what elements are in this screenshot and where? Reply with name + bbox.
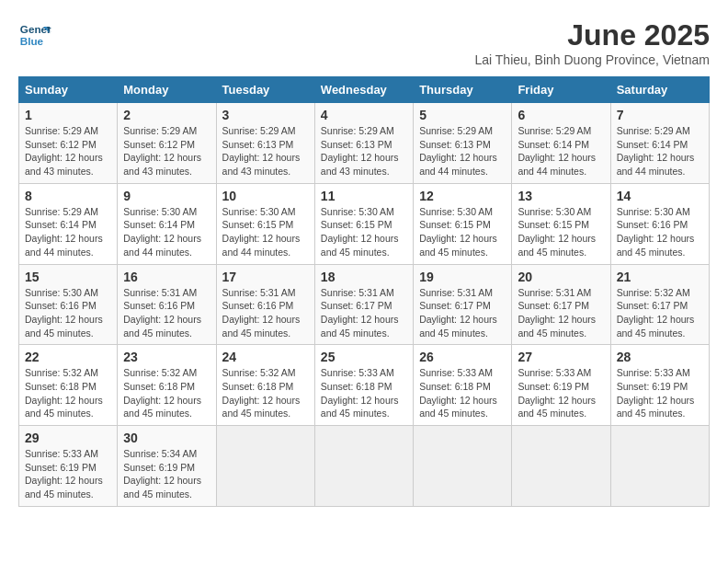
day-number: 17 (222, 270, 309, 284)
day-number: 8 (25, 189, 111, 203)
sunrise-label: Sunrise: 5:29 AM (25, 206, 98, 217)
table-row: 2 Sunrise: 5:29 AM Sunset: 6:12 PM Dayli… (118, 103, 216, 184)
col-tuesday: Tuesday (216, 77, 314, 103)
daylight-label: Daylight: 12 hours and 43 minutes. (123, 152, 201, 177)
day-info: Sunrise: 5:31 AM Sunset: 6:16 PM Dayligh… (123, 286, 210, 340)
table-row: 15 Sunrise: 5:30 AM Sunset: 6:16 PM Dayl… (19, 264, 118, 345)
daylight-label: Daylight: 12 hours and 44 minutes. (25, 233, 103, 258)
sunrise-label: Sunrise: 5:31 AM (518, 287, 591, 298)
day-info: Sunrise: 5:33 AM Sunset: 6:19 PM Dayligh… (617, 366, 703, 420)
daylight-label: Daylight: 12 hours and 45 minutes. (123, 395, 201, 419)
sunset-label: Sunset: 6:13 PM (222, 139, 294, 150)
day-number: 13 (518, 189, 604, 203)
sunset-label: Sunset: 6:16 PM (222, 300, 294, 311)
daylight-label: Daylight: 12 hours and 45 minutes. (321, 314, 399, 339)
sunrise-label: Sunrise: 5:33 AM (518, 367, 591, 378)
daylight-label: Daylight: 12 hours and 45 minutes. (123, 475, 201, 500)
day-info: Sunrise: 5:30 AM Sunset: 6:16 PM Dayligh… (25, 286, 111, 340)
day-number: 14 (617, 189, 703, 203)
daylight-label: Daylight: 12 hours and 45 minutes. (25, 475, 103, 500)
sunset-label: Sunset: 6:16 PM (123, 300, 195, 311)
daylight-label: Daylight: 12 hours and 45 minutes. (25, 314, 103, 339)
daylight-label: Daylight: 12 hours and 45 minutes. (617, 314, 695, 339)
day-number: 11 (321, 189, 407, 203)
sunrise-label: Sunrise: 5:31 AM (123, 287, 197, 298)
sunset-label: Sunset: 6:19 PM (518, 381, 589, 392)
table-row: 30 Sunrise: 5:34 AM Sunset: 6:19 PM Dayl… (118, 426, 216, 507)
day-info: Sunrise: 5:33 AM Sunset: 6:19 PM Dayligh… (518, 366, 604, 420)
day-info: Sunrise: 5:29 AM Sunset: 6:13 PM Dayligh… (222, 124, 309, 178)
day-info: Sunrise: 5:33 AM Sunset: 6:19 PM Dayligh… (25, 447, 111, 501)
day-info: Sunrise: 5:32 AM Sunset: 6:17 PM Dayligh… (617, 286, 703, 340)
table-row: 22 Sunrise: 5:32 AM Sunset: 6:18 PM Dayl… (19, 345, 118, 426)
day-info: Sunrise: 5:29 AM Sunset: 6:12 PM Dayligh… (123, 124, 210, 178)
day-info: Sunrise: 5:30 AM Sunset: 6:16 PM Dayligh… (617, 205, 703, 259)
daylight-label: Daylight: 12 hours and 45 minutes. (617, 395, 695, 419)
table-row: 4 Sunrise: 5:29 AM Sunset: 6:13 PM Dayli… (314, 103, 413, 184)
table-row: 12 Sunrise: 5:30 AM Sunset: 6:15 PM Dayl… (414, 183, 512, 264)
sunrise-label: Sunrise: 5:32 AM (25, 367, 98, 378)
col-monday: Monday (118, 77, 216, 103)
day-number: 15 (25, 270, 111, 284)
day-info: Sunrise: 5:29 AM Sunset: 6:13 PM Dayligh… (419, 124, 506, 178)
daylight-label: Daylight: 12 hours and 44 minutes. (123, 233, 201, 258)
table-row: 28 Sunrise: 5:33 AM Sunset: 6:19 PM Dayl… (610, 345, 709, 426)
day-number: 1 (25, 108, 111, 122)
sunrise-label: Sunrise: 5:29 AM (321, 125, 394, 136)
table-row: 1 Sunrise: 5:29 AM Sunset: 6:12 PM Dayli… (19, 103, 118, 184)
logo: General Blue (18, 18, 51, 52)
day-number: 10 (222, 189, 309, 203)
day-number: 12 (419, 189, 506, 203)
table-row: 13 Sunrise: 5:30 AM Sunset: 6:15 PM Dayl… (512, 183, 610, 264)
day-info: Sunrise: 5:34 AM Sunset: 6:19 PM Dayligh… (123, 447, 210, 501)
day-number: 21 (617, 270, 703, 284)
day-number: 22 (25, 350, 111, 364)
sunset-label: Sunset: 6:14 PM (617, 139, 688, 150)
sunrise-label: Sunrise: 5:29 AM (123, 125, 197, 136)
sunset-label: Sunset: 6:15 PM (419, 219, 491, 230)
table-row: 11 Sunrise: 5:30 AM Sunset: 6:15 PM Dayl… (314, 183, 413, 264)
daylight-label: Daylight: 12 hours and 45 minutes. (419, 314, 497, 339)
calendar-table: Sunday Monday Tuesday Wednesday Thursday… (18, 76, 710, 507)
table-row: 20 Sunrise: 5:31 AM Sunset: 6:17 PM Dayl… (512, 264, 610, 345)
svg-text:Blue: Blue (20, 35, 44, 47)
sunrise-label: Sunrise: 5:30 AM (25, 287, 98, 298)
col-saturday: Saturday (610, 77, 709, 103)
day-number: 16 (123, 270, 210, 284)
sunrise-label: Sunrise: 5:32 AM (617, 287, 690, 298)
table-row: 7 Sunrise: 5:29 AM Sunset: 6:14 PM Dayli… (610, 103, 709, 184)
page-header: General Blue June 2025 Lai Thieu, Binh D… (18, 18, 710, 67)
table-row (314, 426, 413, 507)
daylight-label: Daylight: 12 hours and 43 minutes. (25, 152, 103, 177)
daylight-label: Daylight: 12 hours and 45 minutes. (419, 395, 497, 419)
table-row: 27 Sunrise: 5:33 AM Sunset: 6:19 PM Dayl… (512, 345, 610, 426)
day-number: 5 (419, 108, 506, 122)
table-row: 17 Sunrise: 5:31 AM Sunset: 6:16 PM Dayl… (216, 264, 314, 345)
table-row: 14 Sunrise: 5:30 AM Sunset: 6:16 PM Dayl… (610, 183, 709, 264)
logo-icon: General Blue (18, 18, 51, 52)
table-row: 25 Sunrise: 5:33 AM Sunset: 6:18 PM Dayl… (314, 345, 413, 426)
day-number: 9 (123, 189, 210, 203)
daylight-label: Daylight: 12 hours and 45 minutes. (123, 314, 201, 339)
sunrise-label: Sunrise: 5:34 AM (123, 448, 197, 459)
sunset-label: Sunset: 6:17 PM (518, 300, 589, 311)
day-info: Sunrise: 5:29 AM Sunset: 6:13 PM Dayligh… (321, 124, 407, 178)
day-number: 30 (123, 431, 210, 445)
sunset-label: Sunset: 6:14 PM (25, 219, 97, 230)
sunrise-label: Sunrise: 5:33 AM (419, 367, 493, 378)
sunset-label: Sunset: 6:19 PM (25, 462, 97, 473)
day-info: Sunrise: 5:29 AM Sunset: 6:12 PM Dayligh… (25, 124, 111, 178)
sunset-label: Sunset: 6:13 PM (419, 139, 491, 150)
day-info: Sunrise: 5:29 AM Sunset: 6:14 PM Dayligh… (617, 124, 703, 178)
sunrise-label: Sunrise: 5:33 AM (25, 448, 98, 459)
day-info: Sunrise: 5:30 AM Sunset: 6:15 PM Dayligh… (419, 205, 506, 259)
calendar-week-row: 29 Sunrise: 5:33 AM Sunset: 6:19 PM Dayl… (19, 426, 710, 507)
sunset-label: Sunset: 6:15 PM (518, 219, 589, 230)
table-row: 16 Sunrise: 5:31 AM Sunset: 6:16 PM Dayl… (118, 264, 216, 345)
sunset-label: Sunset: 6:15 PM (222, 219, 294, 230)
sunset-label: Sunset: 6:14 PM (123, 219, 195, 230)
calendar-week-row: 15 Sunrise: 5:30 AM Sunset: 6:16 PM Dayl… (19, 264, 710, 345)
day-info: Sunrise: 5:31 AM Sunset: 6:16 PM Dayligh… (222, 286, 309, 340)
sunrise-label: Sunrise: 5:33 AM (321, 367, 394, 378)
sunset-label: Sunset: 6:15 PM (321, 219, 392, 230)
